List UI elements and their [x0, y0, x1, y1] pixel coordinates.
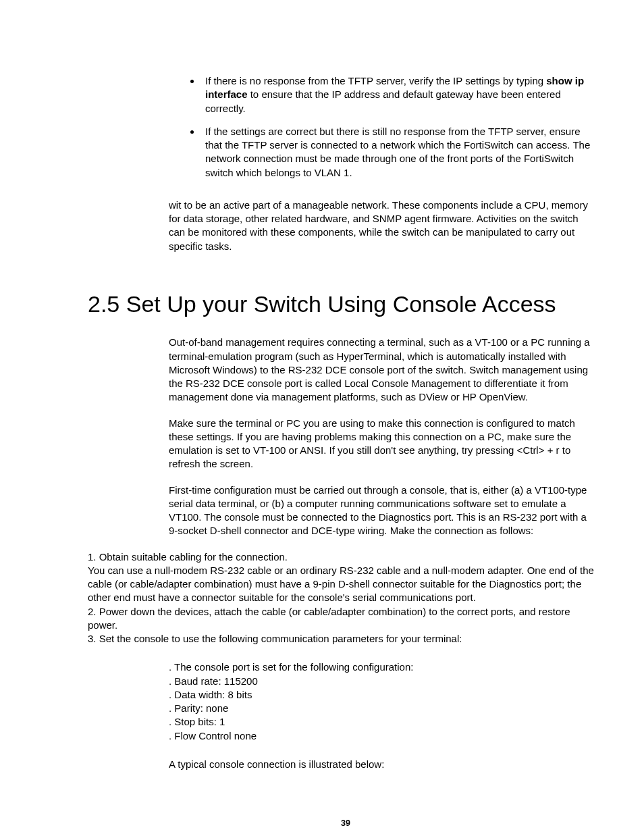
section-heading: 2.5 Set Up your Switch Using Console Acc…	[88, 290, 603, 319]
bullet-list: If there is no response from the TFTP se…	[169, 74, 597, 180]
page-number: 39	[88, 818, 603, 828]
config-line: . Data width: 8 bits	[169, 688, 597, 702]
intro-block: wit to be an active part of a manageable…	[169, 199, 597, 253]
numbered-steps: 1. Obtain suitable cabling for the conne…	[88, 550, 597, 646]
config-line: . Flow Control none	[169, 729, 597, 743]
paragraph: Out-of-band management requires connecti…	[169, 336, 597, 404]
config-line: . Stop bits: 1	[169, 715, 597, 729]
bullet-text-pre: If there is no response from the TFTP se…	[205, 75, 546, 86]
paragraph: Make sure the terminal or PC you are usi…	[169, 417, 597, 471]
config-line: . Parity: none	[169, 702, 597, 715]
config-line: . Baud rate: 115200	[169, 675, 597, 688]
config-line: . The console port is set for the follow…	[169, 660, 597, 674]
config-list: . The console port is set for the follow…	[169, 660, 597, 743]
step-line: 1. Obtain suitable cabling for the conne…	[88, 550, 597, 564]
bullet-item: If there is no response from the TFTP se…	[201, 74, 597, 115]
bullet-text: If the settings are correct but there is…	[205, 126, 590, 178]
paragraph: A typical console connection is illustra…	[169, 758, 597, 771]
document-page: If there is no response from the TFTP se…	[0, 0, 644, 834]
section-body: Out-of-band management requires connecti…	[169, 336, 597, 538]
step-line: 2. Power down the devices, attach the ca…	[88, 605, 597, 633]
bullet-text-post: to ensure that the IP address and defaul…	[205, 88, 561, 113]
bullet-item: If the settings are correct but there is…	[201, 125, 597, 180]
paragraph: wit to be an active part of a manageable…	[169, 199, 597, 253]
paragraph: First-time configuration must be carried…	[169, 484, 597, 538]
closing-block: A typical console connection is illustra…	[169, 758, 597, 771]
step-line: You can use a null-modem RS-232 cable or…	[88, 564, 597, 605]
step-line: 3. Set the console to use the following …	[88, 632, 597, 646]
